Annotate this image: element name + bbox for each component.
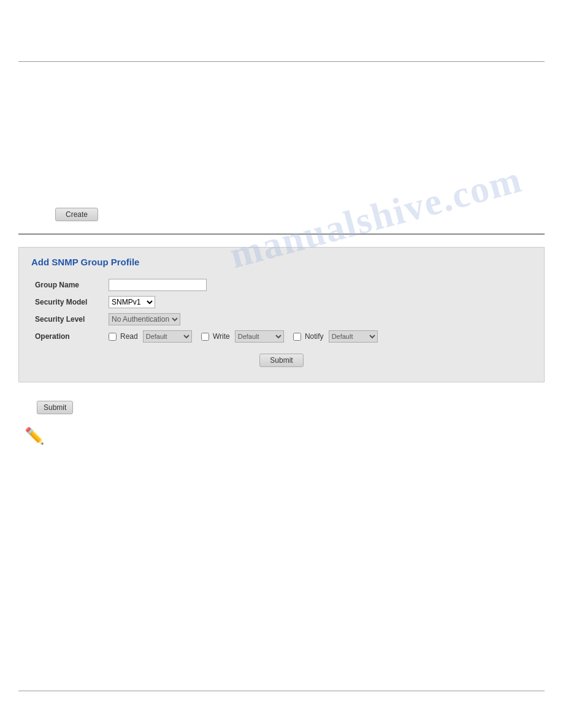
bottom-divider bbox=[18, 691, 545, 691]
security-level-label: Security Level bbox=[31, 311, 105, 328]
submit-inner-button[interactable]: Submit bbox=[259, 354, 303, 367]
security-model-select[interactable]: SNMPv1 SNMPv2c SNMPv3 bbox=[109, 296, 155, 308]
read-select[interactable]: Default bbox=[143, 330, 192, 343]
write-select[interactable]: Default bbox=[235, 330, 284, 343]
submit-outer-button[interactable]: Submit bbox=[37, 401, 73, 414]
security-level-select[interactable]: No Authentication Authentication Privacy bbox=[109, 313, 180, 325]
write-checkbox[interactable] bbox=[201, 333, 209, 341]
group-name-input[interactable] bbox=[109, 279, 207, 291]
read-label: Read bbox=[120, 332, 138, 341]
create-area: Create bbox=[0, 62, 563, 233]
mid-divider bbox=[18, 233, 545, 235]
submit-outer-area: Submit bbox=[18, 395, 563, 420]
pencil-icon: ✏️ bbox=[25, 427, 44, 445]
operation-row: Read Default Write Default Notify Defaul… bbox=[109, 330, 528, 343]
form-table: Group Name Security Model SNMPv1 SNMPv2c… bbox=[31, 276, 532, 345]
notify-select[interactable]: Default bbox=[329, 330, 378, 343]
pencil-icon-area: ✏️ bbox=[0, 420, 563, 452]
write-label: Write bbox=[213, 332, 230, 341]
snmp-group-profile-section: Add SNMP Group Profile Group Name Securi… bbox=[18, 247, 545, 382]
security-model-label: Security Model bbox=[31, 294, 105, 311]
section-title: Add SNMP Group Profile bbox=[31, 257, 532, 267]
notify-label: Notify bbox=[305, 332, 324, 341]
group-name-label: Group Name bbox=[31, 276, 105, 294]
notify-checkbox[interactable] bbox=[293, 333, 301, 341]
read-checkbox[interactable] bbox=[109, 333, 117, 341]
operation-label: Operation bbox=[31, 328, 105, 345]
create-button[interactable]: Create bbox=[55, 208, 98, 221]
